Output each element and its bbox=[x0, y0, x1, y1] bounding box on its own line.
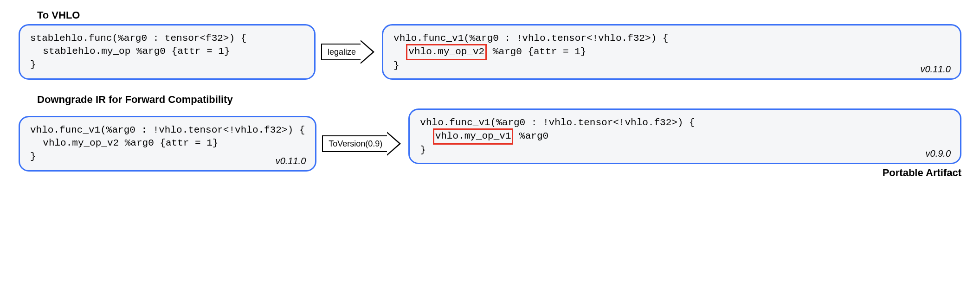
highlighted-op: vhlo.my_op_v2 bbox=[406, 44, 487, 60]
code-box-stablehlo: stablehlo.func(%arg0 : tensor<f32>) { st… bbox=[19, 24, 316, 80]
section-to-vhlo: To VHLO stablehlo.func(%arg0 : tensor<f3… bbox=[19, 9, 961, 80]
row-1: stablehlo.func(%arg0 : tensor<f32>) { st… bbox=[19, 24, 961, 80]
version-badge: v0.9.0 bbox=[926, 147, 951, 160]
code-line: vhlo.my_op_v2 %arg0 {attr = 1} bbox=[30, 137, 305, 150]
arrow-toversion: ToVersion(0.9) bbox=[322, 133, 387, 155]
code-text: vhlo.my_op_v2 %arg0 {attr = 1} bbox=[43, 138, 218, 148]
code-line: vhlo.func_v1(%arg0 : !vhlo.tensor<!vhlo.… bbox=[420, 116, 950, 129]
code-line: vhlo.func_v1(%arg0 : !vhlo.tensor<!vhlo.… bbox=[393, 32, 950, 45]
arrow-label: legalize bbox=[321, 44, 361, 60]
code-line: } bbox=[420, 144, 950, 157]
code-line: stablehlo.my_op %arg0 {attr = 1} bbox=[30, 45, 304, 58]
portable-artifact-label: Portable Artifact bbox=[408, 167, 961, 179]
code-line: vhlo.my_op_v2 %arg0 {attr = 1} bbox=[393, 45, 950, 59]
code-text: stablehlo.my_op %arg0 {attr = 1} bbox=[43, 46, 230, 57]
arrow-label: ToVersion(0.9) bbox=[322, 135, 387, 152]
code-line: } bbox=[393, 59, 950, 72]
code-box-vhlo-downgraded: vhlo.func_v1(%arg0 : !vhlo.tensor<!vhlo.… bbox=[408, 108, 961, 164]
code-box-vhlo-result: vhlo.func_v1(%arg0 : !vhlo.tensor<!vhlo.… bbox=[382, 24, 961, 80]
code-line: vhlo.my_op_v1 %arg0 bbox=[420, 129, 950, 143]
code-line: stablehlo.func(%arg0 : tensor<f32>) { bbox=[30, 32, 304, 45]
code-line: } bbox=[30, 58, 304, 71]
code-text: %arg0 {attr = 1} bbox=[487, 46, 586, 57]
row-2: vhlo.func_v1(%arg0 : !vhlo.tensor<!vhlo.… bbox=[19, 108, 961, 179]
section-title: Downgrade IR for Forward Compatibility bbox=[37, 94, 961, 106]
section-title: To VHLO bbox=[37, 9, 961, 21]
code-box-vhlo-source: vhlo.func_v1(%arg0 : !vhlo.tensor<!vhlo.… bbox=[19, 116, 316, 172]
code-line: vhlo.func_v1(%arg0 : !vhlo.tensor<!vhlo.… bbox=[30, 124, 305, 137]
section-downgrade: Downgrade IR for Forward Compatibility v… bbox=[19, 94, 961, 179]
code-line: } bbox=[30, 150, 305, 163]
code-text: %arg0 bbox=[513, 131, 548, 141]
highlighted-op: vhlo.my_op_v1 bbox=[433, 128, 514, 144]
version-badge: v0.11.0 bbox=[276, 155, 306, 167]
version-badge: v0.11.0 bbox=[920, 63, 951, 76]
arrow-legalize: legalize bbox=[321, 41, 361, 63]
